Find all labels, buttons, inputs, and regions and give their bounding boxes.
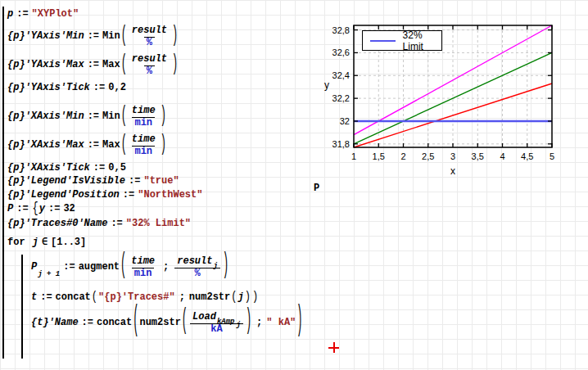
x-tick-label: 2,5: [422, 151, 434, 161]
left-paren: (: [181, 307, 188, 340]
variable-P: P: [31, 262, 37, 273]
fraction: resultj %: [174, 256, 220, 280]
fraction: time min: [129, 134, 158, 158]
stmt-trace-name[interactable]: {t}'Name := concat ( num2str ( LoadkAmpj…: [31, 312, 304, 336]
xy-plot-svg: y x 11,522,533,544,5531,83232,232,432,63…: [315, 8, 588, 184]
fraction: result %: [129, 25, 170, 49]
loop-variable: j: [33, 237, 38, 249]
stmt-yaxis-min[interactable]: {p}'YAxis'Min := Min ( result % ): [7, 25, 179, 49]
insertion-cursor[interactable]: [328, 342, 339, 353]
block-bracket-for-body: [21, 255, 23, 359]
assign-op: :=: [93, 83, 105, 94]
stmt-xaxis-min[interactable]: {p}'XAxis'Min := Min ( time min ): [7, 106, 167, 129]
string-literal: "32% Limit": [126, 219, 191, 230]
function-name: concat: [56, 292, 91, 304]
legend-line-sample: [370, 40, 396, 42]
string-literal: "NorthWest": [138, 190, 202, 201]
assign-op: :=: [88, 31, 99, 43]
property-ref: {p}'YAxis'Max: [7, 60, 84, 71]
property-ref: {p}'Traces#0'Name: [7, 219, 107, 230]
y-tick-label: 32: [340, 116, 350, 126]
y-tick-label: 32,4: [332, 70, 350, 80]
fraction: LoadkAmpj kA: [190, 312, 243, 336]
numerator: time: [129, 134, 158, 146]
variable-j: j: [237, 292, 243, 304]
property-ref: {t}'Name: [31, 318, 79, 329]
stmt-xaxis-max[interactable]: {p}'XAxis'Max := Max ( time min ): [7, 134, 167, 158]
right-paren: ): [245, 307, 252, 340]
assign-op: :=: [16, 9, 28, 20]
legend[interactable]: 32% Limit: [362, 30, 442, 51]
property-ref: {p}'Legend'IsVisible: [7, 176, 125, 187]
stmt-trace0-name[interactable]: {p}'Traces#0'Name := "32% Limit": [7, 219, 191, 230]
function-name: Max: [102, 140, 120, 151]
right-paren: ): [171, 52, 179, 79]
x-tick-label: 1,5: [373, 151, 385, 161]
legend-label: 32% Limit: [403, 29, 441, 52]
stmt-for-loop[interactable]: for j ∈ [1..3]: [7, 237, 86, 249]
property-ref: {p}'XAxis'Max: [7, 140, 84, 151]
variable-display-P[interactable]: P: [314, 183, 319, 195]
assign-op: :=: [129, 176, 140, 187]
stmt-plot-name[interactable]: p := "XYPlot": [7, 9, 79, 20]
x-tick-label: 3,5: [472, 151, 484, 161]
stmt-legend-visible[interactable]: {p}'Legend'IsVisible := "true": [7, 176, 179, 187]
numerator: LoadkAmpj: [190, 312, 243, 323]
xy-plot-region[interactable]: y x 11,522,533,544,5531,83232,232,432,63…: [315, 8, 588, 184]
function-name: Max: [102, 60, 120, 71]
string-literal: " kA": [266, 318, 296, 329]
stmt-p-system[interactable]: P := { y := 32: [7, 204, 75, 215]
element-of-symbol: ∈: [42, 237, 47, 249]
y-tick-label: 32,8: [332, 25, 350, 35]
block-bracket-outer: [2, 7, 4, 359]
x-tick-label: 5: [550, 151, 554, 161]
x-tick-label: 4,5: [521, 151, 533, 161]
argument-separator: ;: [163, 262, 169, 273]
assign-op: :=: [82, 318, 93, 329]
property-ref: {p}'Legend'Position: [7, 190, 120, 201]
left-paren: (: [230, 291, 237, 306]
string-literal: "XYPlot": [32, 9, 79, 20]
left-paren: (: [120, 24, 128, 50]
denominator-unit: min: [132, 146, 155, 158]
stmt-augment[interactable]: P j + 1 := augment ( time min ; resultj …: [31, 256, 229, 280]
assign-op: :=: [111, 219, 122, 230]
left-paren: (: [120, 251, 127, 284]
string-literal: "true": [143, 176, 179, 187]
system-brace: {: [32, 201, 39, 219]
subscript-index: j + 1: [38, 270, 60, 278]
function-name: num2str: [139, 318, 180, 329]
stmt-concat-trace-path[interactable]: t := concat ( "{p}'Traces#" ; num2str ( …: [31, 292, 259, 304]
y-tick-label: 31,8: [332, 139, 350, 149]
property-ref: {p}'YAxis'Min: [7, 31, 84, 43]
denominator-unit: min: [132, 117, 155, 129]
x-tick-label: 4: [500, 151, 504, 161]
x-tick-label: 3: [450, 151, 455, 161]
assign-op: :=: [48, 204, 60, 215]
stmt-yaxis-tick[interactable]: {p}'YAxis'Tick := 0,2: [7, 83, 126, 94]
fraction: time min: [129, 256, 157, 280]
argument-separator: ;: [256, 318, 262, 329]
assign-op: :=: [88, 60, 99, 71]
argument-separator: ;: [179, 292, 185, 304]
numerator: time: [129, 256, 157, 268]
y-axis-label: y: [324, 79, 329, 91]
right-paren: ): [244, 291, 251, 306]
assign-op: :=: [88, 140, 99, 151]
y-tick-label: 32,6: [332, 47, 350, 57]
numerator: result: [129, 25, 170, 37]
right-paren: ): [171, 24, 179, 50]
right-paren: ): [160, 104, 167, 130]
right-paren: ): [160, 133, 167, 159]
left-paren: (: [91, 291, 98, 306]
left-paren: (: [132, 303, 139, 344]
assign-op: :=: [16, 204, 28, 215]
variable-p: p: [7, 9, 13, 20]
stmt-xaxis-tick[interactable]: {p}'XAxis'Tick := 0,5: [7, 163, 126, 174]
fraction: result %: [129, 54, 170, 78]
stmt-yaxis-max[interactable]: {p}'YAxis'Max := Max ( result % ): [7, 54, 179, 78]
variable-P-label: P: [314, 183, 319, 195]
variable-P: P: [7, 204, 13, 215]
variable-t: t: [31, 292, 37, 304]
x-tick-label: 2: [400, 151, 405, 161]
